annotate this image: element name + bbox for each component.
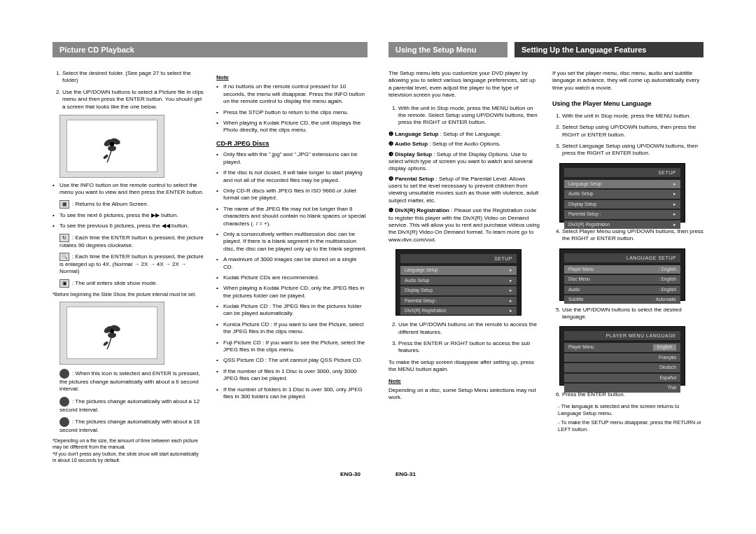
osd3-pm-v: : English	[659, 267, 676, 272]
osd-title-setup-2: SETUP	[564, 168, 680, 177]
note-1: If no buttons on the remote control pres…	[216, 83, 368, 105]
icon-desc-4: : Each time the ENTER button is pressed,…	[59, 234, 204, 248]
svg-point-8	[110, 329, 114, 333]
osd3-su: Subtitle	[568, 297, 584, 302]
setup-step-3: Press the ENTER or RIGHT button to acces…	[398, 340, 540, 355]
osd2-row-divx: DivX(R) Registration	[568, 222, 610, 227]
osd3-au: Audio	[568, 287, 580, 293]
note-right: Depending on a disc, some Setup Menu sel…	[388, 387, 540, 402]
cdr-heading: CD-R JPEG Discs	[216, 140, 368, 148]
opt1-label: ❶ Language Setup	[388, 131, 438, 137]
note-label-right: Note	[388, 378, 540, 385]
rotate-icon: ↻	[59, 234, 69, 242]
setup-step-2: Use the UP/DOWN buttons on the remote to…	[398, 321, 540, 336]
opt4-label: ❹ Parental Setup	[388, 176, 434, 182]
osd-setup-screen-2: SETUP Language Setup▸ Audio Setup▸ Displ…	[559, 163, 685, 223]
timer-6s-icon	[59, 369, 69, 379]
cdr-11: Fuji Picture CD : If you want to see the…	[216, 339, 368, 354]
page-left: Picture CD Playback Select the desired f…	[52, 42, 368, 463]
header-language-features: Setting Up the Language Features	[514, 42, 704, 57]
osd4-th: Thai	[667, 385, 676, 391]
osd-row-divx: DivX(R) Registration	[405, 308, 446, 314]
album-icon: ▦	[59, 200, 69, 209]
lang-step-6: Press the ENTER button.	[562, 391, 704, 398]
slide-a: : When this icon is selected and ENTER i…	[59, 370, 200, 392]
player-menu-lang-heading: Using the Player Menu Language	[552, 100, 704, 108]
osd2-row-lang: Language Setup	[568, 181, 602, 187]
slide-c: : The pictures change automatically with…	[59, 419, 200, 433]
page-num-left: ENG-30	[340, 471, 360, 477]
setup-step-1: With the unit in Stop mode, press the ME…	[398, 105, 540, 127]
right-col-2: If you set the player menu, disc menu, a…	[552, 70, 704, 436]
cdr-6: A maximum of 3000 images can be stored o…	[216, 256, 368, 271]
slideshow-icon: ▣	[59, 279, 69, 288]
opt5-label: ❺ DivX(R) Registration	[388, 207, 449, 213]
cdr-8: When playing a Kodak Picture CD, only th…	[216, 285, 368, 300]
note-2: Press the STOP button to return to the c…	[216, 109, 368, 116]
note-label: Note	[216, 74, 368, 81]
page-num-right: ENG-31	[396, 471, 416, 477]
sample-screen-photo-1	[59, 115, 164, 178]
close-setup: To make the setup screen disappear after…	[388, 359, 540, 374]
foot2: *If you don't press any button, the slid…	[52, 451, 204, 463]
osd4-de: Deutsch	[659, 365, 676, 370]
cdr-10: Konica Picture CD : If you want to see t…	[216, 321, 368, 336]
osd4-pm: Player Menu	[568, 344, 594, 350]
setup-intro: The Setup menu lets you customize your D…	[388, 70, 540, 99]
svg-point-9	[103, 341, 109, 346]
next6: To see the next 6 pictures, press the ▶▶…	[52, 212, 204, 219]
osd3-dm-v: : English	[659, 276, 676, 282]
cdr-4: The name of the JPEG file may not be lon…	[216, 206, 368, 227]
sample-screen-photo-2	[59, 302, 164, 365]
osd4-fr: Français	[659, 355, 676, 360]
osd-row-audio: Audio Setup	[405, 278, 429, 283]
osd-title-setup: SETUP	[400, 254, 517, 263]
note-3: When playing a Kodak Picture CD, the uni…	[216, 120, 368, 134]
cdr-13: If the number of files in 1 Disc is over…	[216, 368, 368, 383]
svg-point-3	[110, 142, 114, 146]
cdr-12: QSS Picture CD : The unit cannot play QS…	[216, 357, 368, 364]
svg-point-4	[103, 154, 109, 160]
step-2: Use the UP/DOWN buttons to select a Pict…	[62, 89, 204, 111]
opt1-desc: : Setup of the Language.	[438, 131, 501, 137]
timer-18s-icon	[59, 417, 69, 427]
cdr-14: If the number of folders in 1 Disc is ov…	[216, 386, 368, 401]
header-setup-menu: Using the Setup Menu	[388, 42, 507, 57]
icon-desc-1: : Returns to the Album Screen.	[72, 201, 148, 207]
osd2-row-display: Display Setup	[568, 202, 596, 207]
zoom-icon: 🔍	[59, 253, 69, 261]
osd3-pm: Player Menu	[568, 267, 594, 272]
osd2-row-audio: Audio Setup	[568, 191, 593, 197]
step-1: Select the desired folder. (See page 27 …	[62, 70, 204, 85]
lang-step-5: Use the UP/DOWN buttons to select the de…	[562, 307, 704, 321]
cdr-5: Only a consecutively written multisessio…	[216, 231, 368, 253]
osd3-su-v: : Automatic	[654, 297, 676, 302]
lang-step-4: Select Player Menu using UP/DOWN buttons…	[562, 228, 704, 243]
lang-step-2: Select Setup using UP/DOWN buttons, then…	[562, 124, 704, 139]
lang-step-6a: - The language is selected and the scree…	[552, 403, 704, 417]
osd-title-langsetup: LANGUAGE SETUP	[564, 253, 680, 262]
info-text: Use the INFO button on the remote contro…	[52, 182, 204, 197]
timer-12s-icon	[59, 397, 69, 407]
osd-row-lang: Language Setup	[405, 267, 438, 273]
cdr-3: Only CD-R discs with JPEG files in ISO 9…	[216, 188, 368, 202]
lang-step-3: Select Language Setup using UP/DOWN butt…	[562, 143, 704, 157]
osd-row-parental: Parental Setup :	[405, 298, 438, 304]
opt2-desc: : Setup of the Audio Options.	[428, 141, 500, 147]
opt3-label: ❸ Display Setup	[388, 151, 432, 157]
lang-step-6b: - To make the SETUP menu disappear, pres…	[552, 419, 704, 433]
cdr-1: Only files with the ".jpg" and ".JPG" ex…	[216, 151, 368, 166]
prev6: To see the previous 6 pictures, press th…	[52, 223, 204, 230]
osd-langsetup-screen: LANGUAGE SETUP Player Menu: English Disc…	[559, 248, 685, 301]
left-col-1: Select the desired folder. (See page 27 …	[52, 70, 204, 463]
header-picture-cd: Picture CD Playback	[52, 42, 368, 57]
right-col-1: The Setup menu lets you customize your D…	[388, 70, 540, 436]
left-col-2: Note If no buttons on the remote control…	[216, 70, 368, 463]
osd-row-display: Display Setup	[405, 288, 433, 293]
opt2-label: ❷ Audio Setup	[388, 141, 428, 147]
osd-title-pml: PLAYER MENU LANGUAGE	[564, 331, 680, 340]
cdr-9: Kodak Picture CD : The JPEG files in the…	[216, 303, 368, 318]
cdr-7: Kodak Picture CDs are recommended.	[216, 274, 368, 281]
lang-step-1: With the unit in Stop mode, press the ME…	[562, 113, 704, 120]
page-right: Using the Setup Menu Setting Up the Lang…	[388, 42, 704, 463]
